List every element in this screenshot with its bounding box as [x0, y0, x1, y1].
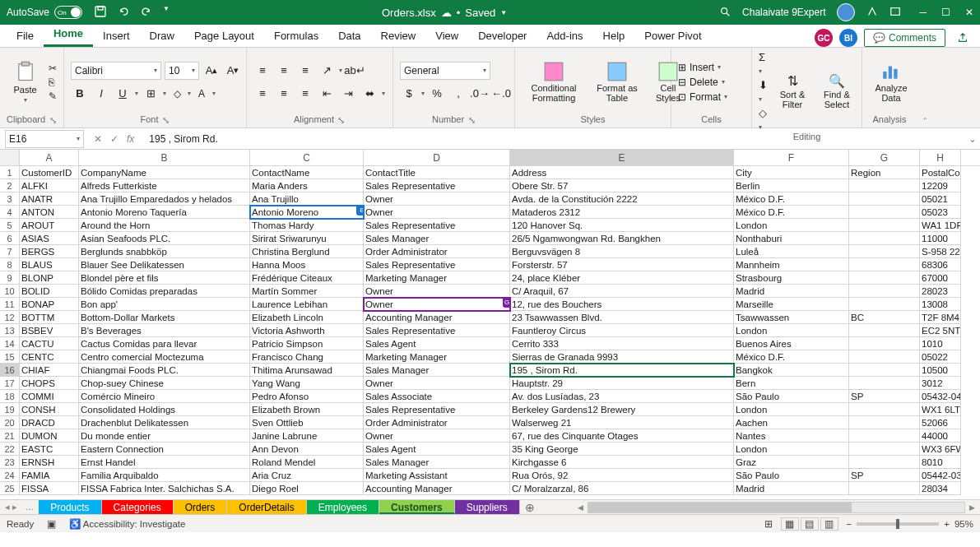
- sheet-nav[interactable]: ◂ ▸ …: [0, 500, 39, 514]
- cell[interactable]: Familia Arquibaldo: [79, 469, 250, 482]
- cell[interactable]: [849, 271, 920, 285]
- row-header[interactable]: 15: [0, 350, 20, 364]
- dialog-launcher-icon[interactable]: ⤡: [49, 115, 57, 123]
- cell[interactable]: City: [734, 166, 849, 179]
- cell[interactable]: ALFKI: [20, 179, 79, 192]
- cell[interactable]: Ana Trujillo Emparedados y helados: [79, 192, 250, 206]
- cell[interactable]: Luleå: [734, 245, 849, 258]
- cell[interactable]: Bern: [734, 377, 849, 390]
- conditional-formatting-button[interactable]: Conditional Formatting: [522, 59, 586, 104]
- cell[interactable]: 12, rue des Bouchers: [510, 298, 734, 311]
- cell[interactable]: [849, 403, 920, 416]
- cell[interactable]: BOTTM: [20, 311, 79, 324]
- cell[interactable]: Eastern Connection: [79, 443, 250, 456]
- zoom-in-icon[interactable]: +: [944, 519, 950, 529]
- cell[interactable]: Pedro Afonso: [250, 390, 364, 403]
- cell[interactable]: 8010: [920, 456, 961, 469]
- cell[interactable]: Kirchgasse 6: [510, 456, 734, 469]
- cell[interactable]: Madrid: [734, 285, 849, 298]
- enter-formula-icon[interactable]: ✓: [110, 133, 118, 145]
- cell[interactable]: Blondel père et fils: [79, 271, 250, 285]
- align-top-icon[interactable]: ≡: [253, 62, 272, 80]
- cell[interactable]: DRACD: [20, 416, 79, 429]
- accessibility-status[interactable]: ♿ Accessibility: Investigate: [69, 518, 185, 530]
- col-header-C[interactable]: C: [250, 150, 364, 165]
- increase-decimal-icon[interactable]: .0→: [471, 85, 489, 103]
- cell[interactable]: Av. dos Lusíadas, 23: [510, 390, 734, 403]
- cell[interactable]: C/ Araquil, 67: [510, 285, 734, 298]
- cell[interactable]: México D.F.: [734, 206, 849, 219]
- insert-cells-button[interactable]: ⊞ Insert ▾: [678, 62, 727, 73]
- cell[interactable]: 52066: [920, 416, 961, 429]
- cell[interactable]: [849, 443, 920, 456]
- cell[interactable]: London: [734, 403, 849, 416]
- tab-developer[interactable]: Developer: [468, 26, 536, 47]
- cell[interactable]: [849, 192, 920, 206]
- increase-font-icon[interactable]: A▴: [202, 62, 221, 80]
- save-icon[interactable]: [94, 5, 107, 21]
- cell[interactable]: AROUT: [20, 219, 79, 232]
- autosave[interactable]: AutoSave On: [7, 6, 82, 19]
- cell[interactable]: Rua Orós, 92: [510, 469, 734, 482]
- cell[interactable]: Marketing Manager: [364, 350, 510, 364]
- percent-format-icon[interactable]: %: [428, 85, 446, 103]
- cell[interactable]: Francisco Chang: [250, 350, 364, 364]
- cell[interactable]: Region: [849, 166, 920, 179]
- undo-icon[interactable]: [117, 5, 130, 21]
- row-header[interactable]: 10: [0, 285, 20, 298]
- sort-filter-button[interactable]: ⇅Sort & Filter: [773, 72, 812, 111]
- orientation-icon[interactable]: ↗: [318, 62, 336, 80]
- cell[interactable]: Drachenblut Delikatessen: [79, 416, 250, 429]
- qat-dropdown-icon[interactable]: ▼: [163, 5, 170, 21]
- cell[interactable]: 44000: [920, 429, 961, 443]
- cell[interactable]: 10500: [920, 364, 961, 377]
- cell[interactable]: ContactName: [250, 166, 364, 179]
- cell[interactable]: Frédérique Citeaux: [250, 271, 364, 285]
- cell[interactable]: Elizabeth Brown: [250, 403, 364, 416]
- analyze-data-button[interactable]: Analyze Data: [869, 59, 913, 104]
- row-header[interactable]: 13: [0, 324, 20, 337]
- cell[interactable]: 35 King George: [510, 443, 734, 456]
- cell[interactable]: [849, 298, 920, 311]
- tab-addins[interactable]: Add-ins: [536, 26, 592, 47]
- cell[interactable]: Yang Wang: [250, 377, 364, 390]
- cell[interactable]: [849, 377, 920, 390]
- cell[interactable]: Comércio Mineiro: [79, 390, 250, 403]
- cell[interactable]: Madrid: [734, 482, 849, 495]
- cell[interactable]: Diego Roel: [250, 482, 364, 495]
- scroll-left-icon[interactable]: ◀: [574, 503, 588, 512]
- cell[interactable]: Roland Mendel: [250, 456, 364, 469]
- cell[interactable]: Bon app': [79, 298, 250, 311]
- tab-insert[interactable]: Insert: [93, 26, 140, 47]
- presence-gc[interactable]: GC: [815, 29, 833, 47]
- font-name-select[interactable]: Calibri▾: [71, 62, 161, 80]
- align-bottom-icon[interactable]: ≡: [296, 62, 314, 80]
- cell[interactable]: Asian Seafoods PLC.: [79, 232, 250, 245]
- zoom-out-icon[interactable]: −: [847, 519, 852, 529]
- cell[interactable]: Sven Ottlieb: [250, 416, 364, 429]
- cell[interactable]: [849, 179, 920, 192]
- align-left-icon[interactable]: ≡: [253, 85, 272, 103]
- cell[interactable]: São Paulo: [734, 469, 849, 482]
- row-header[interactable]: 24: [0, 469, 20, 482]
- redo-icon[interactable]: [140, 5, 153, 21]
- sheet-tab-customers[interactable]: Customers: [379, 500, 455, 514]
- row-header[interactable]: 8: [0, 258, 20, 271]
- cell[interactable]: Janine Labrune: [250, 429, 364, 443]
- decrease-decimal-icon[interactable]: ←.0: [492, 85, 510, 103]
- row-header[interactable]: 9: [0, 271, 20, 285]
- row-header[interactable]: 3: [0, 192, 20, 206]
- cell[interactable]: ERNSH: [20, 456, 79, 469]
- row-header[interactable]: 2: [0, 179, 20, 192]
- cell[interactable]: Elizabeth Lincoln: [250, 311, 364, 324]
- row-header[interactable]: 5: [0, 219, 20, 232]
- cell[interactable]: Owner: [364, 429, 510, 443]
- sheet-tab-categories[interactable]: Categories: [102, 500, 174, 514]
- cancel-formula-icon[interactable]: ✕: [94, 133, 102, 145]
- cell[interactable]: Sales Associate: [364, 390, 510, 403]
- tab-help[interactable]: Help: [593, 26, 635, 47]
- decrease-indent-icon[interactable]: ⇤: [318, 85, 336, 103]
- cell[interactable]: Sales Representative: [364, 258, 510, 271]
- cell[interactable]: 67000: [920, 271, 961, 285]
- cell[interactable]: Antonio Moreno Taquería: [79, 206, 250, 219]
